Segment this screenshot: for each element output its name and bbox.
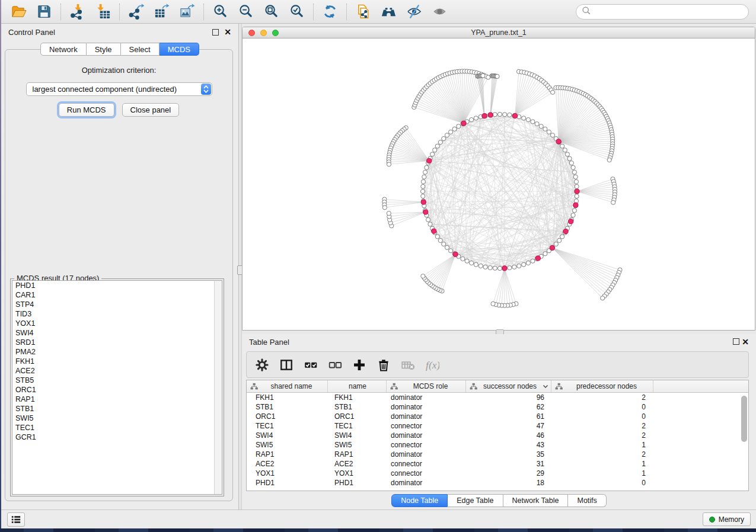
export-network-button[interactable] [123,2,149,22]
cell-predecessor-nodes[interactable]: 2 [551,393,653,402]
mcds-result-item[interactable]: TEC1 [12,423,222,432]
zoom-fit-button[interactable] [259,2,284,22]
mcds-list-scrollbar[interactable] [214,281,222,494]
mcds-result-item[interactable]: STB5 [12,376,222,385]
float-panel-icon[interactable] [212,29,219,36]
criterion-select[interactable]: largest connected component (undirected) [26,82,212,96]
mcds-result-item[interactable]: PMA2 [12,347,222,357]
import-network-button[interactable] [65,2,90,22]
table-row[interactable]: RAP1RAP1dominator352 [247,450,748,459]
tab-network-table[interactable]: Network Table [503,494,569,507]
cell-MCDS-role[interactable]: connector [387,422,466,430]
column-header-successor-nodes[interactable]: successor nodes [466,380,551,392]
table-row[interactable]: YOX1YOX1connector291 [247,469,748,478]
column-header-MCDS-role[interactable]: MCDS role [387,380,466,392]
cell-MCDS-role[interactable]: dominator [387,393,466,402]
cell-shared-name[interactable]: RAP1 [247,450,328,459]
cell-name[interactable]: SWI5 [328,441,387,449]
cell-predecessor-nodes[interactable]: 2 [551,431,653,440]
table-scrollbar-thumb[interactable] [741,396,747,442]
network-view-canvas[interactable] [243,39,755,330]
select-all-button[interactable] [304,358,318,372]
cell-shared-name[interactable]: STB1 [247,403,328,411]
mcds-result-item[interactable]: CAR1 [12,290,222,300]
cell-successor-nodes[interactable]: 61 [466,412,551,421]
mcds-result-item[interactable]: STB1 [12,404,222,414]
mcds-result-item[interactable]: RAP1 [12,395,222,404]
search-input[interactable] [594,8,743,16]
table-row[interactable]: STB1STB1dominator620 [247,402,748,412]
cell-MCDS-role[interactable]: dominator [387,479,466,487]
cell-successor-nodes[interactable]: 96 [466,393,551,402]
mcds-result-item[interactable]: STP4 [12,300,222,309]
close-window-icon[interactable] [248,30,255,36]
cell-shared-name[interactable]: FKH1 [247,393,328,402]
table-row[interactable]: SWI5SWI5connector431 [247,440,748,450]
cell-shared-name[interactable]: ACE2 [247,460,328,468]
delete-column-button[interactable] [377,358,391,372]
mcds-result-item[interactable]: SWI5 [12,414,222,423]
import-table-button[interactable] [90,2,116,22]
tab-network[interactable]: Network [40,43,87,56]
memory-button[interactable]: Memory [703,512,751,526]
cell-MCDS-role[interactable]: dominator [387,412,466,421]
minimize-window-icon[interactable] [260,30,267,36]
mcds-result-item[interactable]: TID3 [12,309,222,319]
deselect-all-button[interactable] [328,358,342,372]
cell-name[interactable]: TEC1 [328,422,387,430]
table-row[interactable]: ACE2ACE2connector311 [247,459,748,469]
add-column-button[interactable] [352,358,366,372]
table-row[interactable]: ORC1ORC1dominator610 [247,412,748,421]
mcds-result-item[interactable]: PHD1 [12,281,222,290]
tab-mcds[interactable]: MCDS [160,43,199,56]
network-graph[interactable] [243,39,755,331]
cell-predecessor-nodes[interactable]: 1 [551,460,653,468]
cell-shared-name[interactable]: SWI4 [247,431,328,440]
cell-name[interactable]: FKH1 [328,393,387,402]
cell-MCDS-role[interactable]: connector [387,469,466,477]
cell-successor-nodes[interactable]: 18 [466,479,551,487]
mcds-result-item[interactable]: GCR1 [12,432,222,442]
run-mcds-button[interactable]: Run MCDS [59,103,114,117]
search-network-button[interactable] [376,2,401,22]
cell-predecessor-nodes[interactable]: 2 [551,422,653,430]
cell-predecessor-nodes[interactable]: 1 [551,469,653,477]
mcds-result-item[interactable]: ORC1 [12,385,222,395]
cell-name[interactable]: YOX1 [328,469,387,477]
clone-network-button[interactable] [350,2,376,22]
cell-successor-nodes[interactable]: 47 [466,422,551,430]
mcds-result-item[interactable]: FKH1 [12,357,222,366]
cell-shared-name[interactable]: TEC1 [247,422,328,430]
cell-shared-name[interactable]: YOX1 [247,469,328,477]
zoom-selected-button[interactable] [284,2,310,22]
mcds-result-item[interactable]: SRD1 [12,338,222,347]
zoom-out-button[interactable] [233,2,259,22]
open-file-button[interactable] [6,2,31,22]
float-table-panel-icon[interactable] [733,338,739,345]
cell-predecessor-nodes[interactable]: 1 [551,441,653,449]
cell-successor-nodes[interactable]: 62 [466,403,551,411]
cell-shared-name[interactable]: SWI5 [247,441,328,449]
column-layout-button[interactable] [279,358,294,372]
refresh-network-button[interactable] [317,2,343,22]
table-row[interactable]: PHD1PHD1dominator180 [247,478,748,488]
search-box[interactable] [576,4,749,20]
mcds-result-item[interactable]: SWI4 [12,328,222,338]
close-panel-icon[interactable]: ✕ [224,29,231,36]
maximize-window-icon[interactable] [272,30,279,36]
cell-name[interactable]: RAP1 [328,450,387,459]
column-header-name[interactable]: name [328,380,387,392]
cell-successor-nodes[interactable]: 29 [466,469,551,477]
close-panel-button[interactable]: Close panel [122,103,180,117]
tab-node-table[interactable]: Node Table [391,494,448,507]
tab-motifs[interactable]: Motifs [568,494,606,507]
cell-MCDS-role[interactable]: connector [387,441,466,449]
cell-MCDS-role[interactable]: dominator [387,403,466,411]
cell-MCDS-role[interactable]: dominator [387,450,466,459]
tab-edge-table[interactable]: Edge Table [448,494,503,507]
close-table-panel-icon[interactable]: ✕ [742,337,749,347]
table-row[interactable]: SWI4SWI4dominator462 [247,431,748,440]
show-graphics-button[interactable] [427,2,452,22]
cell-MCDS-role[interactable]: connector [387,460,466,468]
hide-graphics-button[interactable] [401,2,427,22]
